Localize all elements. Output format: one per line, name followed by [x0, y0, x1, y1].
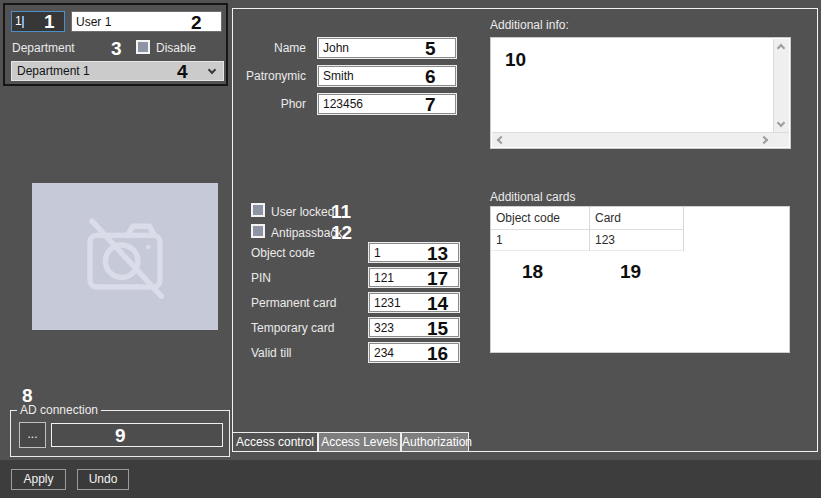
text-caret — [22, 16, 24, 28]
pin-field[interactable] — [369, 268, 459, 287]
scroll-left-icon[interactable] — [497, 136, 505, 144]
table-row[interactable]: 1 123 — [491, 230, 789, 251]
temporary-card-field[interactable] — [369, 318, 459, 337]
access-control-panel: Name 5 Patronymic 6 Phor 7 Additional in… — [232, 8, 818, 452]
object-code-field[interactable] — [369, 243, 459, 262]
disable-checkbox[interactable] — [136, 40, 150, 54]
phone-field[interactable] — [318, 94, 456, 114]
bottom-bar: Apply Undo — [0, 460, 821, 498]
ad-browse-button[interactable]: ... — [19, 422, 46, 448]
object-code-label: Object code — [251, 246, 315, 260]
department-select[interactable]: Department 1 — [11, 61, 224, 81]
user-editor-window: 1 1 2 Department 3 Disable Department 1 … — [0, 0, 821, 498]
name-field[interactable] — [318, 38, 456, 58]
user-photo-placeholder — [32, 183, 218, 330]
cell-object-code: 1 — [491, 230, 590, 251]
antipassback-checkbox[interactable] — [251, 224, 265, 238]
patronymic-field-wrap — [318, 66, 456, 86]
antipassback-label: Antipassback — [271, 226, 342, 240]
permanent-card-field[interactable] — [369, 293, 459, 312]
patronymic-label: Patronymic — [231, 69, 306, 83]
scroll-right-icon[interactable] — [760, 136, 768, 144]
additional-cards-label: Additional cards — [490, 190, 575, 204]
annotation-19: 19 — [620, 262, 641, 281]
department-label: Department — [12, 41, 75, 55]
camera-off-icon — [73, 207, 177, 307]
ad-path-field[interactable] — [51, 423, 223, 447]
user-name-field-wrap — [71, 11, 222, 32]
temporary-card-field-wrap — [369, 318, 459, 337]
user-id-field[interactable]: 1 — [11, 11, 65, 32]
phone-label: Phor — [231, 97, 306, 111]
vertical-scrollbar[interactable] — [773, 39, 789, 132]
scroll-up-icon[interactable] — [777, 44, 785, 52]
permanent-card-field-wrap — [369, 293, 459, 312]
user-name-field[interactable] — [71, 11, 222, 32]
user-locked-checkbox[interactable] — [251, 203, 265, 217]
horizontal-scrollbar[interactable] — [492, 132, 789, 147]
table-header-row: Object code Card — [491, 207, 789, 230]
name-field-wrap — [318, 38, 456, 58]
additional-cards-table: Object code Card 1 123 18 19 — [490, 206, 790, 353]
pin-field-wrap — [369, 268, 459, 287]
tab-authorization[interactable]: Authorization — [401, 432, 469, 451]
patronymic-field[interactable] — [318, 66, 456, 86]
disable-checkbox-label: Disable — [156, 41, 196, 55]
user-locked-label: User locked — [271, 205, 334, 219]
annotation-10: 10 — [505, 50, 526, 69]
permanent-card-label: Permanent card — [251, 296, 336, 310]
valid-till-field-wrap — [369, 343, 459, 362]
apply-button[interactable]: Apply — [11, 469, 66, 490]
name-label: Name — [231, 41, 306, 55]
scroll-down-icon[interactable] — [777, 119, 785, 127]
tab-access-control[interactable]: Access control — [233, 432, 318, 451]
additional-info-textarea[interactable]: 10 — [490, 37, 791, 149]
pin-label: PIN — [251, 271, 271, 285]
additional-info-label: Additional info: — [490, 18, 569, 32]
object-code-field-wrap — [369, 243, 459, 262]
annotation-18: 18 — [522, 262, 543, 281]
column-header-card[interactable]: Card — [590, 207, 684, 230]
department-select-value: Department 1 — [17, 64, 90, 78]
valid-till-label: Valid till — [251, 346, 291, 360]
phone-field-wrap — [318, 94, 456, 114]
undo-button[interactable]: Undo — [77, 469, 129, 490]
tab-access-levels[interactable]: Access Levels — [318, 432, 401, 451]
chevron-down-icon — [208, 66, 216, 74]
cell-card: 123 — [590, 230, 684, 251]
valid-till-field[interactable] — [369, 343, 459, 362]
temporary-card-label: Temporary card — [251, 321, 334, 335]
column-header-object-code[interactable]: Object code — [491, 207, 590, 230]
ad-connection-group-label: AD connection — [17, 403, 101, 417]
user-id-value: 1 — [15, 14, 22, 28]
ad-connection-group: AD connection ... — [10, 410, 230, 457]
